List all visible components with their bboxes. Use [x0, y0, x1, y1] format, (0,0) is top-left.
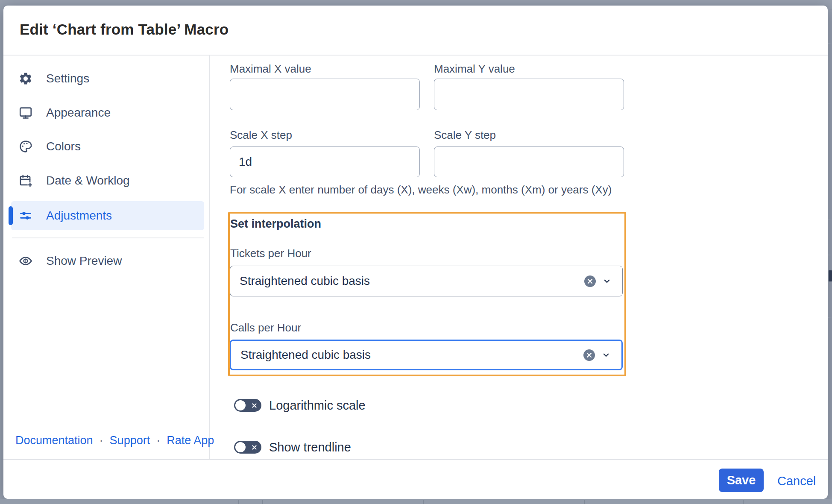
sidebar-item-label: Adjustments	[46, 209, 112, 223]
support-link[interactable]: Support	[110, 434, 150, 447]
maximal-y-label: Maximal Y value	[434, 62, 515, 76]
toggle-knob	[235, 442, 246, 452]
show-trendline-row: Show trendline	[234, 439, 351, 456]
sidebar-footer-links: Documentation · Support · Rate App	[15, 434, 214, 447]
sidebar-item-label: Colors	[46, 140, 81, 153]
calendar-plus-icon	[18, 173, 33, 188]
calls-per-hour-label: Calls per Hour	[230, 321, 301, 334]
maximal-y-input[interactable]	[434, 79, 624, 110]
backdrop-edge-line	[828, 219, 832, 220]
maximal-x-input[interactable]	[230, 79, 420, 110]
backdrop-edge-line	[828, 255, 832, 255]
show-trendline-toggle[interactable]	[234, 441, 261, 454]
monitor-icon	[18, 105, 33, 120]
select-value: Straightened cubic basis	[230, 274, 584, 288]
gear-icon	[18, 71, 33, 86]
sidebar-item-appearance[interactable]: Appearance	[11, 98, 204, 127]
logarithmic-scale-toggle[interactable]	[234, 399, 261, 412]
tickets-per-hour-label: Tickets per Hour	[230, 247, 311, 260]
calls-interpolation-select[interactable]: Straightened cubic basis	[230, 340, 623, 370]
sidebar-item-settings[interactable]: Settings	[11, 64, 204, 93]
footer-divider	[3, 459, 828, 460]
active-item-indicator	[9, 206, 13, 225]
sidebar-item-date-worklog[interactable]: Date & Worklog	[11, 166, 204, 195]
scale-y-input[interactable]	[434, 147, 624, 177]
scale-x-input[interactable]	[230, 147, 420, 177]
header-divider	[3, 55, 828, 56]
link-separator: ·	[156, 434, 160, 447]
interpolation-heading: Set interpolation	[230, 217, 321, 231]
sidebar-item-colors[interactable]: Colors	[11, 132, 204, 161]
edit-macro-dialog: Edit ‘Chart from Table’ Macro Settings A…	[3, 6, 828, 499]
sidebar-item-label: Show Preview	[46, 254, 122, 268]
tickets-interpolation-select[interactable]: Straightened cubic basis	[230, 266, 623, 296]
backdrop-edge-line	[828, 317, 832, 318]
scale-hint-text: For scale X enter number of days (X), we…	[230, 183, 612, 196]
backdrop-table-line	[743, 500, 744, 504]
backdrop-table-line	[423, 500, 424, 504]
maximal-x-label: Maximal X value	[230, 62, 311, 76]
sliders-icon	[18, 208, 33, 223]
cancel-button[interactable]: Cancel	[777, 474, 816, 488]
sidebar-divider	[209, 55, 210, 459]
backdrop-text-fragment	[829, 270, 832, 281]
backdrop-table-line	[238, 500, 239, 504]
rate-app-link[interactable]: Rate App	[167, 434, 214, 447]
backdrop-edge-line	[828, 9, 832, 10]
chevron-down-icon[interactable]	[602, 276, 612, 286]
toggle-off-x-icon	[252, 445, 257, 450]
toggle-label: Logarithmic scale	[269, 399, 366, 413]
eye-icon	[18, 254, 33, 268]
clear-icon[interactable]	[584, 275, 596, 287]
sidebar-item-label: Settings	[46, 72, 89, 85]
backdrop-bottom-strip	[0, 499, 832, 504]
save-button[interactable]: Save	[719, 469, 764, 492]
sidebar-separator	[12, 237, 204, 238]
clear-icon[interactable]	[583, 349, 595, 361]
toggle-off-x-icon	[252, 403, 257, 408]
documentation-link[interactable]: Documentation	[15, 434, 93, 447]
sidebar-item-show-preview[interactable]: Show Preview	[11, 246, 204, 275]
scale-y-label: Scale Y step	[434, 129, 496, 142]
backdrop-table-line	[584, 500, 585, 504]
sidebar-item-label: Date & Worklog	[46, 174, 130, 188]
backdrop-edge-line	[828, 43, 832, 44]
toggle-knob	[235, 400, 246, 410]
chevron-down-icon[interactable]	[601, 350, 611, 360]
select-value: Straightened cubic basis	[231, 348, 583, 362]
page-title: Edit ‘Chart from Table’ Macro	[20, 21, 229, 38]
logarithmic-scale-row: Logarithmic scale	[234, 397, 366, 414]
scale-x-label: Scale X step	[230, 129, 292, 142]
link-separator: ·	[100, 434, 103, 447]
palette-icon	[18, 139, 33, 154]
sidebar-item-adjustments[interactable]: Adjustments	[11, 201, 204, 230]
backdrop-table-line	[262, 500, 263, 504]
sidebar-item-label: Appearance	[46, 106, 111, 120]
toggle-label: Show trendline	[269, 440, 351, 454]
